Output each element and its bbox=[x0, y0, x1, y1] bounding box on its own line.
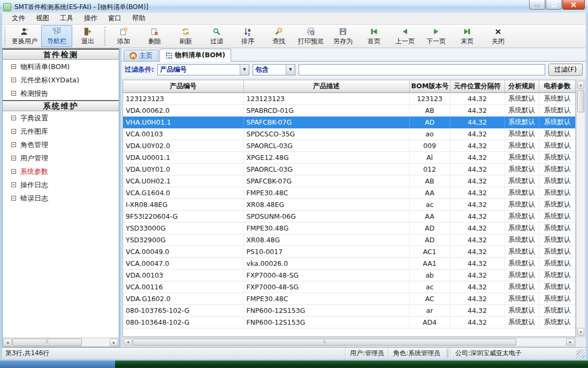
table-row[interactable]: VCA.G1604.0FMPE30.48CAA44,32系统默认系统默认 bbox=[123, 187, 576, 198]
table-cell: 系统默认 bbox=[505, 151, 539, 163]
toolbar-delete-button[interactable]: 删除 bbox=[139, 25, 170, 47]
table-cell: 44,32 bbox=[450, 198, 505, 210]
menu-item-1[interactable]: 视图 bbox=[30, 13, 55, 24]
toolbar-filter-button[interactable]: 过滤 bbox=[201, 25, 232, 47]
column-header-0[interactable]: 产品编号 bbox=[123, 80, 243, 93]
toolbar-next-page-button[interactable]: 下一页 bbox=[421, 25, 452, 47]
column-header-2[interactable]: BOM版本号 bbox=[409, 80, 450, 93]
toolbar-find-button[interactable]: 查找 bbox=[263, 25, 294, 47]
table-row[interactable]: VCA.00049.0PS10-0017AC144,32系统默认系统默认 bbox=[123, 246, 576, 257]
scroll-right-arrow-icon[interactable]: ▸ bbox=[566, 339, 575, 346]
table-cell: 44,32 bbox=[450, 175, 505, 187]
tab-home[interactable]: 主页 bbox=[124, 50, 158, 61]
table-row[interactable]: VDA.U0001.1XPGE12.48GAl44,32系统默认系统默认 bbox=[123, 151, 576, 163]
tab-bom[interactable]: 物料清单(BOM) bbox=[159, 49, 231, 62]
sidebar-item-1-4[interactable]: 系统参数 bbox=[3, 165, 119, 178]
toolbar-first-page-button[interactable]: 首页 bbox=[358, 25, 390, 47]
table-row[interactable]: VDA.U0Y01.0SPAORCL-03G01244,32系统默认系统默认 bbox=[123, 163, 576, 175]
sidebar-item-0-0[interactable]: 物料清单(BOM) bbox=[3, 60, 119, 73]
scroll-left-arrow-icon[interactable]: ◂ bbox=[3, 339, 12, 346]
table-row[interactable]: 9F53I220604-GSPDSUNM-06GAA44,32系统默认系统默认 bbox=[123, 210, 576, 222]
table-cell: 系统默认 bbox=[505, 222, 539, 234]
toolbar-navbar-button[interactable]: 导航栏 bbox=[41, 25, 72, 47]
chevron-down-icon[interactable]: ▼ bbox=[286, 65, 295, 75]
column-header-5[interactable]: 电桥参数 bbox=[539, 80, 576, 93]
table-row[interactable]: VCA.00047.0vka.00026.0AA144,32系统默认系统默认 bbox=[123, 257, 576, 269]
toolbar-button-label: 另存为 bbox=[333, 37, 353, 46]
sidebar-hscrollbar[interactable]: ◂ ▸ bbox=[3, 338, 119, 347]
table-row[interactable]: 080-103765-102-GFNP600-12S153Gar44,32系统默… bbox=[123, 304, 576, 316]
table-row[interactable]: VCA.00103SPDCSCO-35Gao44,32系统默认系统默认 bbox=[123, 128, 576, 140]
collapse-box-icon bbox=[11, 64, 16, 69]
scroll-right-arrow-icon[interactable]: ▸ bbox=[110, 339, 118, 346]
filter-field-select[interactable]: 产品编号 ▼ bbox=[157, 64, 249, 75]
menu-item-3[interactable]: 操作 bbox=[79, 13, 103, 24]
table-row[interactable]: VCA.U0H02.1SPAFCBK-07GAB44,32系统默认系统默认 bbox=[123, 175, 576, 187]
table-row[interactable]: YSD32900GXR08.48GAD44,32系统默认系统默认 bbox=[123, 234, 576, 246]
sidebar-item-0-2[interactable]: 检测报告 bbox=[3, 87, 119, 100]
menu-item-2[interactable]: 工具 bbox=[55, 13, 79, 24]
column-header-4[interactable]: 分析规则 bbox=[505, 80, 539, 93]
table-row[interactable]: I-XR08.48EGXR08.48EGac44,32系统默认系统默认 bbox=[123, 198, 576, 210]
sidebar-item-0-1[interactable]: 元件坐标(XYData) bbox=[3, 73, 119, 87]
menu-item-5[interactable]: 帮助 bbox=[127, 13, 151, 24]
sidebar-item-1-1[interactable]: 元件图库 bbox=[3, 125, 119, 138]
resize-grip[interactable] bbox=[576, 349, 585, 358]
sidebar-item-1-0[interactable]: 字典设置 bbox=[3, 111, 119, 125]
filter-icon bbox=[212, 27, 221, 36]
sidebar-item-1-3[interactable]: 用户管理 bbox=[3, 151, 119, 165]
filter-apply-button[interactable]: 过滤(F) bbox=[548, 64, 583, 76]
table-vscrollbar[interactable]: ▴ ▾ bbox=[576, 80, 585, 337]
hscroll-thumb[interactable] bbox=[12, 339, 82, 346]
filter-operator-select[interactable]: 包含 ▼ bbox=[253, 64, 295, 75]
scroll-down-arrow-icon[interactable]: ▾ bbox=[577, 328, 584, 336]
table-row[interactable]: 12312312312312312312312344,32系统默认系统默认 bbox=[123, 93, 576, 104]
table-row[interactable]: VDA.00103FXP7000-48-SGab44,32系统默认系统默认 bbox=[123, 269, 576, 281]
toolbar-last-page-button[interactable]: 末页 bbox=[452, 25, 483, 47]
scroll-up-arrow-icon[interactable]: ▴ bbox=[577, 81, 584, 89]
table-row[interactable]: VHA.U0H01.1SPAFCBK-07GAD44,32系统默认系统默认 bbox=[123, 116, 576, 128]
toolbar-sort-button[interactable]: az排序 bbox=[232, 25, 263, 47]
toolbar-print-preview-button[interactable]: 打印预览 bbox=[294, 25, 327, 47]
table-cell: 44,32 bbox=[450, 116, 505, 128]
close-window-button[interactable] bbox=[562, 0, 585, 10]
save-as-icon bbox=[339, 27, 347, 36]
table-row[interactable]: VDA.U0Y02.0SPAORCL-03G00944,32系统默认系统默认 bbox=[123, 140, 576, 151]
table-cell: 系统默认 bbox=[505, 140, 539, 151]
toolbar-switch-user-button[interactable]: 更换用户 bbox=[8, 25, 41, 47]
column-header-1[interactable]: 产品描述 bbox=[243, 80, 409, 93]
sidebar-item-1-6[interactable]: 错误日志 bbox=[3, 191, 119, 205]
table-cell: 系统默认 bbox=[505, 293, 539, 304]
filter-input[interactable] bbox=[299, 64, 545, 75]
table-cell: FXP7000-48-SG bbox=[243, 281, 409, 293]
minimize-button[interactable] bbox=[529, 0, 545, 10]
sidebar-section-0-header[interactable]: 首件检测 bbox=[3, 49, 119, 60]
table-row[interactable]: YSD33000GFMPE30.48GAD44,32系统默认系统默认 bbox=[123, 222, 576, 234]
table-row[interactable]: VCA.00116FXP7000-48-SGac44,32系统默认系统默认 bbox=[123, 281, 576, 293]
table-hscrollbar[interactable]: ◂ ▸ bbox=[123, 338, 576, 347]
table-row[interactable]: 080-103648-102-GFNP600-12S153GAD444,32系统… bbox=[123, 316, 576, 328]
restore-button[interactable] bbox=[546, 0, 562, 10]
table-row[interactable]: VDA.G1602.0FMPE30.48CAC44,32系统默认系统默认 bbox=[123, 293, 576, 304]
menu-item-0[interactable]: 文件 bbox=[6, 13, 30, 24]
column-header-3[interactable]: 元件位置分隔符 bbox=[450, 80, 505, 93]
toolbar-add-button[interactable]: 添加 bbox=[108, 25, 139, 47]
sidebar-item-1-2[interactable]: 角色管理 bbox=[3, 138, 119, 151]
chevron-down-icon[interactable]: ▼ bbox=[240, 65, 249, 75]
menu-item-4[interactable]: 窗口 bbox=[103, 13, 127, 24]
scroll-left-arrow-icon[interactable]: ◂ bbox=[124, 339, 132, 346]
table-cell: 44,32 bbox=[450, 293, 505, 304]
sidebar-section-1-header[interactable]: 系统维护 bbox=[3, 100, 119, 111]
toolbar-refresh-button[interactable]: 刷新 bbox=[170, 25, 201, 47]
toolbar-prev-page-button[interactable]: 上一页 bbox=[390, 25, 421, 47]
vscroll-thumb[interactable] bbox=[577, 90, 584, 112]
table-cell: 44,32 bbox=[450, 257, 505, 269]
hscroll-thumb[interactable] bbox=[133, 339, 516, 346]
toolbar-close-button[interactable]: 关闭 bbox=[483, 25, 514, 47]
table-cell: 系统默认 bbox=[539, 234, 576, 246]
table-row[interactable]: VDA.00062.0SPABRCD-01GAB44,32系统默认系统默认 bbox=[123, 104, 576, 116]
toolbar-save-as-button[interactable]: 另存为 bbox=[327, 25, 358, 47]
toolbar-exit-button[interactable]: 退出 bbox=[72, 25, 103, 47]
content-pane: 主页 物料清单(BOM) 过滤条件: 产品编号 bbox=[121, 48, 586, 347]
sidebar-item-1-5[interactable]: 操作日志 bbox=[3, 178, 119, 191]
